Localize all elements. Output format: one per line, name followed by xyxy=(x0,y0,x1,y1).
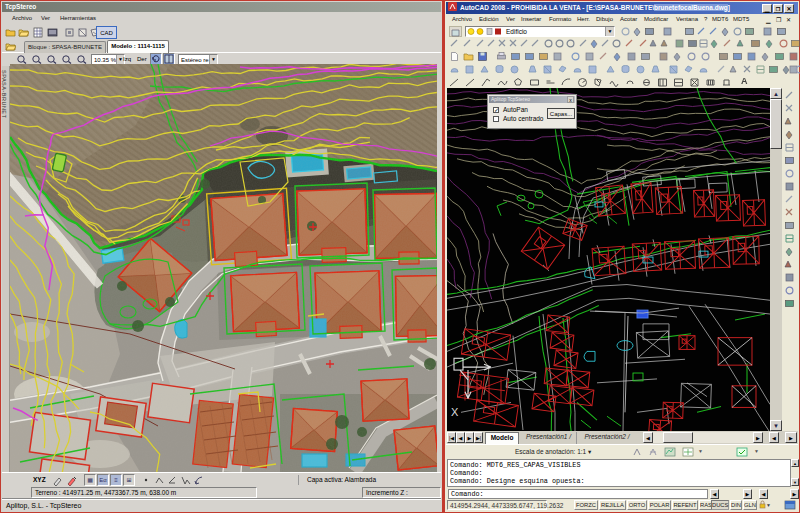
svg-text:X: X xyxy=(451,406,459,418)
